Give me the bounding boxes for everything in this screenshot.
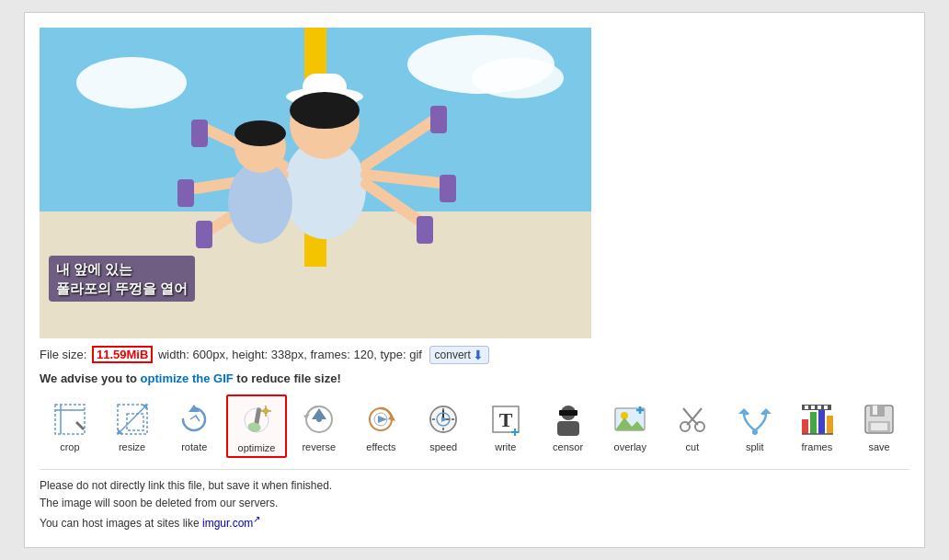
svg-marker-52	[378, 416, 387, 423]
svg-rect-97	[873, 406, 877, 415]
split-label: split	[746, 441, 764, 452]
svg-rect-92	[811, 406, 815, 409]
gif-overlay-text: 내 앞에 있는폴라포의 뚜껑을 열어	[49, 256, 195, 302]
rotate-icon	[174, 399, 214, 440]
svg-text:T: T	[499, 408, 513, 431]
optimize-icon	[236, 400, 277, 440]
svg-rect-19	[196, 221, 212, 248]
tool-split[interactable]: split	[725, 394, 785, 456]
svg-point-47	[316, 417, 322, 422]
rotate-label: rotate	[181, 441, 207, 452]
write-label: write	[495, 441, 516, 452]
tool-reverse[interactable]: reverse	[289, 394, 349, 456]
file-size-label: File size:	[40, 348, 86, 361]
svg-line-81	[692, 408, 702, 419]
type-info: type: gif	[380, 348, 422, 361]
svg-marker-29	[75, 421, 85, 430]
main-container: 내 앞에 있는폴라포의 뚜껑을 열어 File size: 11.59MiB w…	[24, 12, 925, 549]
write-icon: T	[486, 399, 526, 440]
svg-point-10	[290, 92, 360, 129]
svg-rect-91	[805, 406, 808, 409]
gif-preview: 내 앞에 있는폴라포의 뚜껑을 열어	[40, 28, 591, 338]
tools-row: crop resize	[40, 394, 909, 458]
tool-censor[interactable]: censor	[538, 394, 599, 456]
bottom-line1: Please do not directly link this file, b…	[40, 477, 909, 495]
svg-marker-83	[760, 408, 772, 414]
svg-rect-86	[810, 412, 817, 434]
save-icon	[859, 399, 899, 440]
tool-speed[interactable]: speed	[413, 394, 474, 456]
width-info: width: 600px,	[158, 348, 229, 361]
svg-rect-21	[440, 175, 456, 202]
frames-icon	[796, 399, 837, 440]
crop-label: crop	[60, 441, 79, 452]
svg-rect-88	[827, 416, 833, 434]
effects-label: effects	[366, 441, 395, 452]
tool-save[interactable]: save	[849, 394, 909, 456]
svg-marker-82	[738, 408, 749, 414]
tool-crop[interactable]: crop	[40, 394, 100, 456]
imgur-link[interactable]: imgur.com↗	[202, 517, 260, 530]
tool-resize[interactable]: resize	[102, 394, 163, 456]
tool-cut[interactable]: cut	[662, 394, 723, 456]
convert-button[interactable]: convert ⬇	[429, 346, 489, 364]
tool-overlay[interactable]: overlay	[600, 394, 660, 456]
overlay-label: overlay	[614, 441, 646, 452]
speed-label: speed	[429, 441, 457, 452]
svg-line-80	[683, 408, 692, 419]
overlay-icon	[610, 399, 650, 440]
bottom-line2: The image will soon be deleted from our …	[40, 495, 909, 512]
svg-rect-99	[871, 423, 887, 430]
cut-label: cut	[686, 441, 700, 452]
svg-line-33	[118, 405, 147, 434]
svg-rect-69	[557, 421, 579, 436]
svg-rect-18	[177, 179, 194, 207]
save-label: save	[868, 441, 889, 452]
svg-point-23	[228, 161, 292, 244]
split-icon	[735, 399, 775, 440]
speed-icon	[423, 399, 463, 440]
svg-marker-50	[388, 414, 395, 421]
tool-frames[interactable]: frames	[787, 394, 848, 456]
svg-point-84	[752, 429, 758, 435]
svg-rect-70	[559, 410, 577, 416]
cut-icon	[672, 399, 713, 440]
censor-icon	[548, 399, 589, 440]
convert-arrow-icon: ⬇	[473, 348, 484, 362]
height-info: height: 338px,	[232, 348, 307, 361]
bottom-line3: You can host images at sites like imgur.…	[40, 512, 909, 532]
tool-write[interactable]: T write	[475, 394, 536, 456]
frames-label: frames	[802, 441, 833, 452]
svg-point-38	[247, 421, 262, 432]
svg-point-1	[76, 57, 187, 109]
reverse-label: reverse	[302, 441, 336, 452]
censor-label: censor	[553, 441, 583, 452]
svg-rect-93	[818, 406, 821, 409]
svg-rect-22	[417, 216, 433, 244]
svg-rect-26	[55, 405, 85, 434]
svg-rect-85	[802, 419, 808, 434]
effects-icon	[360, 399, 401, 440]
svg-rect-20	[430, 106, 447, 133]
svg-point-25	[234, 120, 286, 146]
tool-optimize[interactable]: optimize	[226, 394, 287, 458]
svg-rect-17	[191, 120, 208, 147]
file-size-badge: 11.59MiB	[92, 346, 153, 363]
optimize-label: optimize	[238, 442, 276, 453]
advise-text: We advise you to optimize the GIF to red…	[40, 371, 909, 385]
svg-point-3	[472, 58, 564, 98]
bottom-info: Please do not directly link this file, b…	[40, 469, 909, 533]
svg-rect-87	[818, 408, 825, 434]
resize-icon	[112, 399, 153, 440]
resize-label: resize	[119, 441, 145, 452]
tool-effects[interactable]: effects	[351, 394, 412, 456]
svg-rect-94	[824, 406, 828, 409]
frames-info: frames: 120,	[311, 348, 377, 361]
file-info-row: File size: 11.59MiB width: 600px, height…	[40, 346, 909, 364]
crop-icon	[50, 399, 90, 440]
reverse-icon	[299, 399, 339, 440]
tool-rotate[interactable]: rotate	[164, 394, 224, 456]
